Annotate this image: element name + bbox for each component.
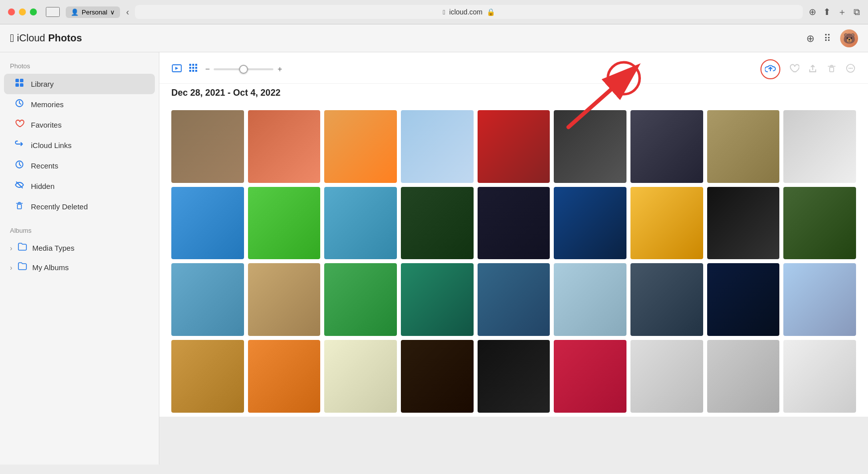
photo-cell[interactable] bbox=[324, 340, 397, 413]
date-range: Dec 28, 2021 - Oct 4, 2022 bbox=[159, 84, 868, 106]
sidebar-item-hidden[interactable]: Hidden bbox=[4, 176, 155, 196]
share-button[interactable] bbox=[807, 63, 818, 76]
minimize-button[interactable] bbox=[19, 8, 26, 15]
sidebar: Photos Library Memories bbox=[0, 52, 159, 465]
app-body: Photos Library Memories bbox=[0, 52, 868, 465]
photo-cell[interactable] bbox=[478, 263, 550, 336]
photo-cell[interactable] bbox=[707, 340, 780, 413]
favorite-button[interactable] bbox=[788, 63, 799, 76]
lock-icon: 🔒 bbox=[487, 8, 495, 16]
photo-cell[interactable] bbox=[248, 187, 321, 260]
photo-cell[interactable] bbox=[171, 340, 244, 413]
svg-rect-7 bbox=[17, 204, 21, 209]
svg-rect-13 bbox=[192, 64, 194, 66]
albums-section-label: Albums bbox=[0, 225, 159, 238]
avatar[interactable]: 🐻 bbox=[840, 29, 858, 47]
chevron-right-icon: › bbox=[10, 244, 12, 252]
sidebar-item-recents[interactable]: Recents bbox=[4, 156, 155, 176]
apple-icon:  bbox=[443, 8, 445, 16]
folder-icon bbox=[17, 262, 27, 273]
sidebar-item-label: Favorites bbox=[31, 121, 62, 129]
library-icon bbox=[14, 78, 25, 90]
sidebar-group-media-types[interactable]: › Media Types bbox=[0, 238, 159, 258]
zoom-in-button[interactable]: + bbox=[277, 65, 282, 74]
toolbar-right bbox=[760, 59, 856, 79]
sidebar-item-label: Recents bbox=[31, 161, 58, 170]
photo-cell[interactable] bbox=[783, 263, 856, 336]
photo-cell[interactable] bbox=[478, 110, 550, 183]
sidebar-group-my-albums[interactable]: › My Albums bbox=[0, 258, 159, 277]
photo-cell[interactable] bbox=[248, 263, 321, 336]
download-button[interactable]: ⊕ bbox=[809, 6, 816, 17]
grid-view-button[interactable] bbox=[188, 63, 199, 76]
apple-logo-icon:  bbox=[10, 32, 14, 45]
sidebar-item-icloud-links[interactable]: iCloud Links bbox=[4, 135, 155, 156]
photo-cell[interactable] bbox=[171, 263, 244, 336]
sidebar-item-library[interactable]: Library bbox=[4, 74, 155, 94]
share-button[interactable]: ⬆ bbox=[823, 6, 831, 17]
new-tab-button[interactable]: ＋ bbox=[838, 6, 847, 18]
photo-cell[interactable] bbox=[783, 340, 856, 413]
close-button[interactable] bbox=[8, 8, 15, 15]
photo-grid bbox=[159, 106, 868, 417]
zoom-out-button[interactable]: − bbox=[205, 65, 210, 74]
photo-cell[interactable] bbox=[401, 340, 474, 413]
zoom-slider[interactable] bbox=[214, 68, 273, 70]
back-button[interactable]: ‹ bbox=[126, 7, 129, 17]
profile-label: Personal bbox=[82, 8, 107, 16]
sidebar-item-recently-deleted[interactable]: Recently Deleted bbox=[4, 196, 155, 217]
sidebar-item-label: Recently Deleted bbox=[31, 202, 88, 211]
more-button[interactable] bbox=[845, 63, 856, 76]
grid-button[interactable]: ⠿ bbox=[824, 32, 831, 44]
url-text: icloud.com bbox=[449, 8, 483, 16]
profile-button[interactable]: 👤 Personal ∨ bbox=[66, 6, 120, 18]
sidebar-item-memories[interactable]: Memories bbox=[4, 94, 155, 115]
photo-cell[interactable] bbox=[324, 110, 397, 183]
sidebar-toggle-button[interactable] bbox=[46, 7, 60, 17]
url-bar[interactable]:  icloud.com 🔒 bbox=[135, 5, 803, 19]
maximize-button[interactable] bbox=[30, 8, 37, 15]
photo-cell[interactable] bbox=[478, 340, 550, 413]
photo-cell[interactable] bbox=[554, 263, 626, 336]
main-wrapper: − + bbox=[159, 52, 868, 465]
svg-rect-15 bbox=[189, 67, 191, 69]
photo-cell[interactable] bbox=[630, 187, 703, 260]
svg-rect-16 bbox=[192, 67, 194, 69]
slideshow-button[interactable] bbox=[171, 63, 182, 76]
app-logo-icloud: iCloud bbox=[17, 32, 45, 44]
profile-icon: 👤 bbox=[71, 8, 79, 16]
add-button[interactable]: ⊕ bbox=[806, 32, 815, 44]
photo-cell[interactable] bbox=[401, 187, 474, 260]
photo-cell[interactable] bbox=[171, 187, 244, 260]
svg-rect-19 bbox=[192, 70, 194, 72]
photo-cell[interactable] bbox=[783, 110, 856, 183]
photo-cell[interactable] bbox=[171, 110, 244, 183]
photo-cell[interactable] bbox=[630, 263, 703, 336]
photo-cell[interactable] bbox=[401, 110, 474, 183]
sidebar-item-label: Library bbox=[31, 80, 54, 88]
photo-cell[interactable] bbox=[478, 187, 550, 260]
photo-cell[interactable] bbox=[707, 263, 780, 336]
photo-cell[interactable] bbox=[401, 263, 474, 336]
browser-actions: ⊕ ⬆ ＋ ⧉ bbox=[809, 6, 860, 18]
recently-deleted-icon bbox=[14, 200, 25, 213]
main-content: − + bbox=[159, 52, 868, 417]
photo-cell[interactable] bbox=[554, 110, 626, 183]
photo-cell[interactable] bbox=[707, 187, 780, 260]
photo-cell[interactable] bbox=[248, 110, 321, 183]
photo-cell[interactable] bbox=[554, 187, 626, 260]
svg-rect-14 bbox=[195, 64, 197, 66]
tabs-button[interactable]: ⧉ bbox=[854, 7, 860, 17]
photo-cell[interactable] bbox=[783, 187, 856, 260]
upload-button[interactable] bbox=[760, 59, 780, 79]
photo-cell[interactable] bbox=[248, 340, 321, 413]
sidebar-item-favorites[interactable]: Favorites bbox=[4, 115, 155, 135]
delete-button[interactable] bbox=[826, 63, 837, 76]
photo-cell[interactable] bbox=[707, 110, 780, 183]
photo-cell[interactable] bbox=[554, 340, 626, 413]
photo-cell[interactable] bbox=[324, 187, 397, 260]
photo-cell[interactable] bbox=[630, 340, 703, 413]
svg-point-23 bbox=[849, 67, 850, 68]
photo-cell[interactable] bbox=[630, 110, 703, 183]
photo-cell[interactable] bbox=[324, 263, 397, 336]
